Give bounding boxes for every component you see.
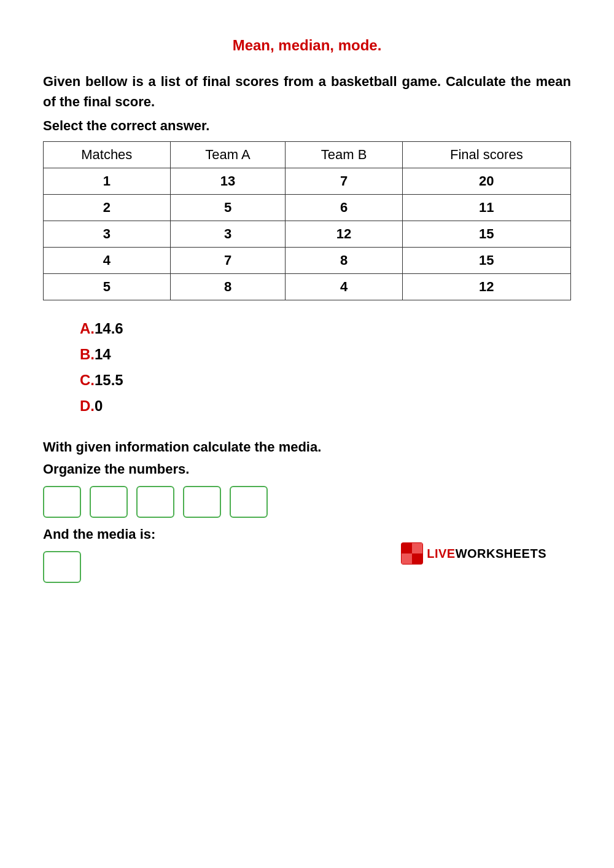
col-header-team-a: Team A xyxy=(170,142,286,168)
option-a[interactable]: A.14.6 xyxy=(80,318,571,340)
page-title: Mean, median, mode. xyxy=(43,37,571,54)
table-cell-r1-c0: 2 xyxy=(44,195,171,221)
table-cell-r4-c1: 8 xyxy=(170,274,286,300)
organize-box-1[interactable] xyxy=(43,486,81,518)
table-row: 25611 xyxy=(44,195,571,221)
table-cell-r3-c2: 8 xyxy=(286,248,402,274)
table-cell-r3-c3: 15 xyxy=(402,248,570,274)
col-header-team-b: Team B xyxy=(286,142,402,168)
table-row: 58412 xyxy=(44,274,571,300)
option-b-letter: B. xyxy=(80,346,95,362)
logo-text: LIVEWORKSHEETS xyxy=(427,547,546,561)
table-cell-r1-c2: 6 xyxy=(286,195,402,221)
table-cell-r2-c2: 12 xyxy=(286,221,402,248)
option-a-letter: A. xyxy=(80,320,95,337)
option-c-value: 15.5 xyxy=(95,372,123,388)
col-header-matches: Matches xyxy=(44,142,171,168)
options-section: A.14.6 B.14 C.15.5 D.0 xyxy=(80,318,571,417)
table-cell-r3-c1: 7 xyxy=(170,248,286,274)
logo-live: LIVE xyxy=(427,547,455,560)
logo-worksheets: WORKSHEETS xyxy=(456,547,546,560)
table-cell-r2-c0: 3 xyxy=(44,221,171,248)
organize-box-3[interactable] xyxy=(136,486,174,518)
option-b-value: 14 xyxy=(95,346,111,362)
liveworksheets-logo: LIVEWORKSHEETS xyxy=(401,542,546,565)
option-a-value: 14.6 xyxy=(95,320,123,337)
table-cell-r4-c2: 4 xyxy=(286,274,402,300)
organize-input-row xyxy=(43,486,571,518)
organize-box-2[interactable] xyxy=(90,486,128,518)
option-d-value: 0 xyxy=(95,397,103,414)
table-cell-r0-c1: 13 xyxy=(170,168,286,195)
option-b[interactable]: B.14 xyxy=(80,343,571,366)
table-cell-r1-c3: 11 xyxy=(402,195,570,221)
table-cell-r0-c2: 7 xyxy=(286,168,402,195)
media-answer-box[interactable] xyxy=(43,551,81,583)
logo-icon xyxy=(401,542,423,565)
option-c[interactable]: C.15.5 xyxy=(80,369,571,391)
table-row: 331215 xyxy=(44,221,571,248)
table-cell-r2-c1: 3 xyxy=(170,221,286,248)
organize-label: Organize the numbers. xyxy=(43,461,571,477)
organize-box-5[interactable] xyxy=(230,486,268,518)
organize-box-4[interactable] xyxy=(183,486,221,518)
table-cell-r4-c0: 5 xyxy=(44,274,171,300)
option-c-letter: C. xyxy=(80,372,95,388)
table-cell-r3-c0: 4 xyxy=(44,248,171,274)
option-d[interactable]: D.0 xyxy=(80,395,571,417)
media-label: And the media is: xyxy=(43,526,571,542)
table-cell-r1-c1: 5 xyxy=(170,195,286,221)
table-cell-r0-c3: 20 xyxy=(402,168,570,195)
media-question: With given information calculate the med… xyxy=(43,439,571,455)
scores-table: Matches Team A Team B Final scores 11372… xyxy=(43,141,571,300)
table-row: 47815 xyxy=(44,248,571,274)
table-cell-r0-c0: 1 xyxy=(44,168,171,195)
table-cell-r2-c3: 15 xyxy=(402,221,570,248)
option-d-letter: D. xyxy=(80,397,95,414)
select-label: Select the correct answer. xyxy=(43,118,571,134)
col-header-final-scores: Final scores xyxy=(402,142,570,168)
table-row: 113720 xyxy=(44,168,571,195)
table-cell-r4-c3: 12 xyxy=(402,274,570,300)
intro-text: Given bellow is a list of final scores f… xyxy=(43,71,571,112)
